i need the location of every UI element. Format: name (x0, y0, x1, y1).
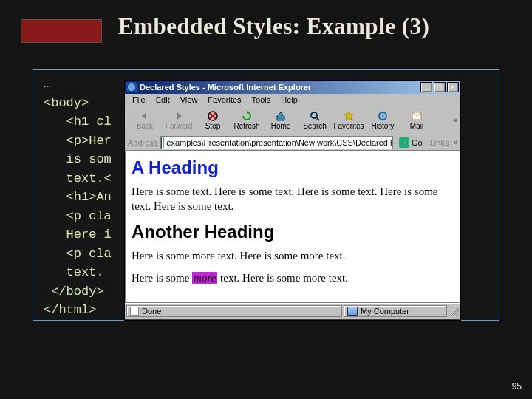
svg-point-3 (311, 112, 317, 118)
search-label: Search (303, 122, 327, 130)
address-input[interactable]: examples\Presentation\presentation\New w… (160, 136, 393, 149)
back-icon (138, 110, 151, 122)
highlighted-word: more (192, 272, 217, 284)
refresh-button[interactable]: Refresh (230, 108, 264, 133)
heading-1: A Heading (132, 157, 454, 178)
window-title: Declared Styles - Microsoft Internet Exp… (140, 83, 420, 92)
toolbar: Back Forward Stop Refresh (125, 106, 460, 134)
stop-button[interactable]: Stop (196, 108, 230, 133)
address-label: Address (128, 138, 157, 147)
mail-label: Mail (410, 122, 423, 130)
links-overflow-icon[interactable]: » (453, 138, 457, 146)
go-label: Go (412, 138, 423, 147)
back-label: Back (137, 122, 153, 130)
history-label: History (371, 122, 394, 130)
statusbar: Done My Computer (125, 303, 460, 318)
page-content: A Heading Here is some text. Here is som… (125, 151, 460, 303)
address-bar: Address examples\Presentation\presentati… (125, 134, 460, 151)
history-button[interactable]: History (366, 108, 400, 133)
history-icon (376, 110, 389, 122)
page-number: 95 (512, 381, 522, 392)
resize-grip-icon[interactable] (449, 306, 459, 316)
paragraph-2: Here is some more text. Here is some mor… (132, 248, 454, 263)
address-text: examples\Presentation\presentation\New w… (166, 138, 393, 147)
ie-icon (126, 82, 137, 92)
slide-title: Embedded Styles: Example (3) (118, 13, 429, 40)
svg-line-4 (316, 117, 319, 120)
document-icon (163, 137, 164, 148)
favorites-label: Favorites (333, 122, 364, 130)
favorites-button[interactable]: Favorites (332, 108, 366, 133)
menu-help[interactable]: Help (276, 95, 302, 105)
paragraph-3-part-b: text. Here is some more text. (217, 272, 348, 284)
computer-icon (347, 307, 358, 316)
mail-button[interactable]: Mail (400, 108, 434, 133)
stop-icon (206, 110, 219, 122)
minimize-button[interactable]: _ (420, 82, 432, 92)
menu-file[interactable]: File (128, 95, 150, 105)
refresh-label: Refresh (233, 122, 259, 130)
menu-view[interactable]: View (176, 95, 202, 105)
paragraph-1: Here is some text. Here is some text. He… (132, 184, 454, 214)
maximize-button[interactable]: □ (434, 82, 446, 92)
close-button[interactable]: × (447, 82, 459, 92)
forward-button[interactable]: Forward (162, 108, 196, 133)
titlebar[interactable]: Declared Styles - Microsoft Internet Exp… (125, 81, 460, 94)
search-button[interactable]: Search (298, 108, 332, 133)
go-button[interactable]: → Go (396, 137, 426, 148)
paragraph-3: Here is some more text. Here is some mor… (132, 270, 454, 285)
menubar: File Edit View Favorites Tools Help (125, 94, 460, 106)
status-zone-label: My Computer (361, 307, 409, 316)
heading-2: Another Heading (132, 222, 454, 242)
mail-icon (410, 110, 423, 122)
status-text: Done (126, 305, 342, 317)
home-button[interactable]: Home (264, 108, 298, 133)
status-doc-icon (130, 307, 139, 316)
back-button[interactable]: Back (128, 108, 162, 133)
forward-icon (172, 110, 185, 122)
home-label: Home (271, 122, 291, 130)
toolbar-overflow-icon[interactable]: » (453, 116, 457, 124)
browser-window: Declared Styles - Microsoft Internet Exp… (124, 80, 461, 321)
status-zone: My Computer (344, 305, 447, 317)
stop-label: Stop (205, 122, 221, 130)
home-icon (274, 110, 287, 122)
refresh-icon (240, 110, 253, 122)
slide: Embedded Styles: Example (3) … <body> <h… (0, 0, 532, 399)
paragraph-3-part-a: Here is some (132, 272, 192, 284)
status-done-label: Done (142, 307, 161, 316)
favorites-icon (342, 110, 355, 122)
menu-favorites[interactable]: Favorites (203, 95, 245, 105)
menu-edit[interactable]: Edit (151, 95, 174, 105)
go-icon: → (399, 137, 409, 148)
menu-tools[interactable]: Tools (248, 95, 276, 105)
forward-label: Forward (166, 122, 193, 130)
search-icon (308, 110, 321, 122)
accent-bar (21, 19, 102, 43)
links-label[interactable]: Links (429, 138, 451, 147)
